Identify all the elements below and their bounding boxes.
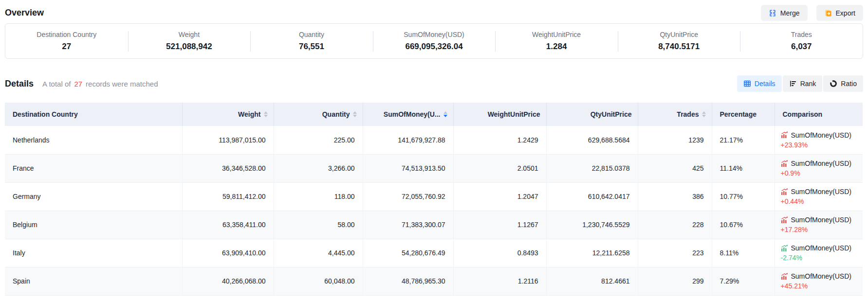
cell-percentage: 7.29% [712, 267, 775, 295]
export-icon [824, 9, 832, 17]
table-row: Spain 40,266,068.00 60,048.00 48,786,965… [5, 267, 863, 295]
column-header[interactable]: SumOfMoney(U... [363, 103, 453, 126]
cell-trades: 228 [638, 211, 712, 239]
column-header[interactable]: Weight [182, 103, 274, 126]
table-row: Italy 63,909,410.00 4,445.00 54,280,676.… [5, 239, 863, 267]
tab-ratio[interactable]: Ratio [823, 75, 863, 92]
trend-chart-icon [781, 216, 788, 224]
overview-stat-item: Destination Country 27 [5, 31, 128, 52]
cell-sum-of-money: 48,786,965.30 [363, 267, 453, 295]
dashboard-page: Overview Merge [0, 0, 868, 296]
ratio-donut-icon [830, 80, 837, 88]
cell-percentage: 8.11% [712, 239, 775, 267]
overview-stat-item: Trades 6,037 [740, 31, 863, 52]
merge-icon [769, 9, 776, 17]
records-suffix: records were matched [86, 80, 158, 88]
sort-icon[interactable] [353, 111, 357, 117]
cell-quantity: 225.00 [274, 126, 363, 154]
cell-sum-of-money: 74,513,913.50 [363, 154, 453, 182]
cell-weight: 113,987,015.00 [182, 126, 274, 154]
trend-chart-icon [781, 188, 788, 195]
export-button-label: Export [836, 9, 855, 17]
stat-value: 8,740.5171 [618, 42, 740, 52]
table-row: Netherlands 113,987,015.00 225.00 141,67… [5, 126, 863, 154]
details-title: Details [5, 79, 34, 89]
column-header-label: Comparison [783, 110, 823, 118]
cell-weight: 63,909,410.00 [182, 239, 274, 267]
cell-sum-of-money: 54,280,676.49 [363, 239, 453, 267]
cell-qty-unit-price: 812.4661 [546, 267, 638, 295]
comparison-change: +0.9% [781, 169, 863, 177]
cell-weight-unit-price: 1.2116 [453, 267, 546, 295]
comparison-change: +17.28% [781, 226, 863, 233]
details-bar: Details A total of27records were matched… [5, 75, 863, 92]
cell-comparison: SumOfMoney(USD) +0.44% [775, 182, 863, 211]
view-switcher: Details Rank [737, 75, 863, 92]
cell-weight: 40,266,068.00 [182, 267, 274, 295]
tab-details-label: Details [755, 80, 776, 88]
details-table: Destination Country Weight Quantity SumO… [5, 103, 863, 296]
column-header-label: Quantity [322, 110, 350, 118]
cell-weight-unit-price: 0.8493 [453, 239, 546, 267]
records-summary: A total of27records were matched [42, 80, 158, 88]
column-header[interactable]: Quantity [274, 103, 363, 126]
cell-weight: 63,358,411.00 [182, 211, 274, 239]
cell-percentage: 10.67% [712, 211, 775, 239]
rank-bars-icon [789, 80, 797, 88]
overview-stat-item: QtyUnitPrice 8,740.5171 [618, 31, 740, 52]
cell-destination-country: Spain [5, 267, 182, 295]
comparison-change: +0.44% [781, 197, 863, 205]
cell-quantity: 3,266.00 [274, 154, 363, 182]
tab-ratio-label: Ratio [841, 80, 857, 88]
comparison-metric: SumOfMoney(USD) [791, 272, 851, 280]
overview-stats-card: Destination Country 27 Weight 521,088,94… [5, 23, 863, 59]
cell-weight-unit-price: 2.0501 [453, 154, 546, 182]
column-header: Destination Country [5, 103, 182, 126]
tab-rank-label: Rank [800, 80, 816, 88]
cell-weight: 36,346,528.00 [182, 154, 274, 182]
cell-qty-unit-price: 12,211.6258 [546, 239, 638, 267]
cell-trades: 1239 [638, 126, 712, 154]
column-header-label: Weight [238, 110, 260, 118]
cell-quantity: 58.00 [274, 211, 363, 239]
cell-comparison: SumOfMoney(USD) -2.74% [775, 239, 863, 267]
merge-button-label: Merge [780, 9, 800, 17]
comparison-metric: SumOfMoney(USD) [791, 216, 851, 224]
overview-header: Overview Merge [5, 0, 863, 21]
tab-details[interactable]: Details [737, 75, 782, 92]
sort-icon[interactable] [702, 111, 706, 117]
comparison-metric: SumOfMoney(USD) [791, 131, 851, 139]
sort-icon[interactable] [443, 111, 447, 117]
column-header-label: SumOfMoney(U... [384, 110, 441, 118]
cell-percentage: 11.14% [712, 154, 775, 182]
cell-destination-country: Italy [5, 239, 182, 267]
comparison-metric: SumOfMoney(USD) [791, 160, 851, 167]
tab-rank[interactable]: Rank [783, 75, 823, 92]
cell-weight-unit-price: 1.2429 [453, 126, 546, 154]
cell-trades: 223 [638, 239, 712, 267]
stat-label: Trades [740, 31, 863, 38]
cell-qty-unit-price: 629,688.5684 [546, 126, 638, 154]
cell-weight-unit-price: 1.1267 [453, 211, 546, 239]
comparison-change: +23.93% [781, 141, 863, 149]
trend-chart-icon [781, 131, 788, 139]
cell-sum-of-money: 71,383,300.07 [363, 211, 453, 239]
cell-quantity: 118.00 [274, 182, 363, 211]
export-button[interactable]: Export [816, 5, 863, 21]
stat-label: SumOfMoney(USD) [373, 31, 496, 38]
records-count: 27 [74, 80, 82, 88]
cell-percentage: 21.17% [712, 126, 775, 154]
merge-button[interactable]: Merge [761, 5, 808, 21]
cell-weight-unit-price: 1.2047 [453, 182, 546, 211]
cell-weight: 59,811,412.00 [182, 182, 274, 211]
column-header-label: WeightUnitPrice [488, 110, 540, 118]
column-header: Percentage [712, 103, 775, 126]
table-row: France 36,346,528.00 3,266.00 74,513,913… [5, 154, 863, 182]
sort-icon[interactable] [264, 111, 268, 117]
cell-trades: 386 [638, 182, 712, 211]
column-header[interactable]: Trades [638, 103, 712, 126]
stat-value: 76,551 [250, 42, 373, 52]
stat-value: 669,095,326.04 [373, 42, 496, 52]
overview-stat-item: SumOfMoney(USD) 669,095,326.04 [373, 31, 496, 52]
cell-comparison: SumOfMoney(USD) +0.9% [775, 154, 863, 182]
